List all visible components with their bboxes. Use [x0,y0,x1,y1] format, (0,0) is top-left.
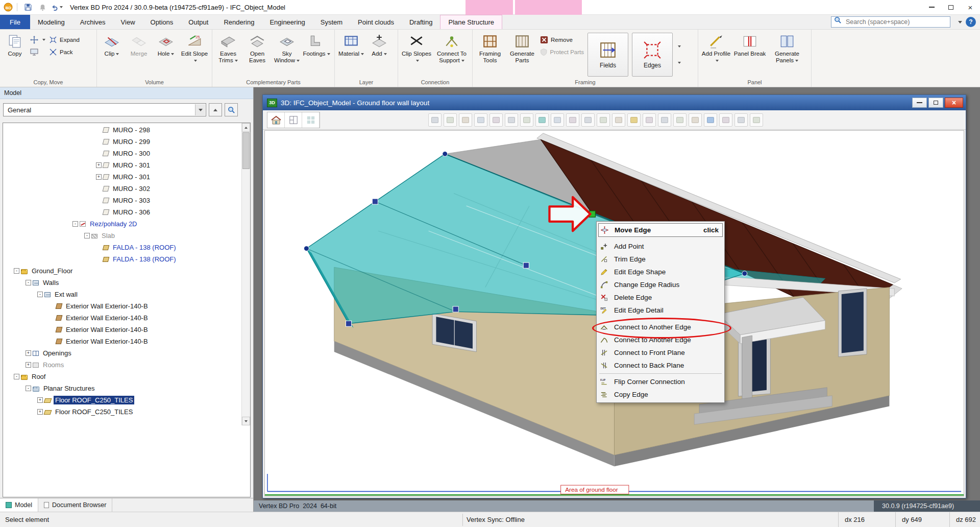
tree-item-slab[interactable]: -Slab [4,230,240,242]
collapse-icon[interactable]: - [14,374,19,379]
tree-item-muro-301[interactable]: +MURO - 301 [4,171,240,183]
close-button[interactable]: × [961,0,980,14]
remove-button[interactable]: Remove [538,35,585,44]
connect-to-support-button[interactable]: Connect To Support [434,31,470,78]
menu-item-file[interactable]: File [0,15,30,29]
viewport-tool-icon[interactable] [444,113,457,127]
generate-panels-button[interactable]: Generate Panels [767,31,807,78]
framing-tools-button[interactable]: Framing Tools [474,31,506,78]
tree-search-button[interactable] [225,103,238,116]
context-menu-item-edit-edge-detail[interactable]: DETEdit Edge Detail [598,304,723,317]
viewport-tool-icon[interactable] [566,113,579,127]
context-menu-item-flip-corner-connection[interactable]: FLIPFlip Corner Connection [598,375,723,388]
tab-model[interactable]: Model [0,498,38,512]
viewport-tool-icon[interactable] [474,113,487,127]
add-layer-button[interactable]: Add [366,31,392,78]
tree-item-walls[interactable]: -Walls [4,277,240,289]
viewport-tool-icon[interactable] [505,113,518,127]
menu-item-output[interactable]: Output [181,15,216,29]
menu-item-point-clouds[interactable]: Point clouds [350,15,402,29]
viewport-tool-icon[interactable] [689,113,702,127]
tree-item-floor-roof-c250-tiles[interactable]: +Floor ROOF_C250_TILES [4,406,240,418]
expand-icon[interactable]: + [37,409,43,415]
move-button[interactable] [29,35,47,44]
home-view-button[interactable] [267,112,285,128]
tree-item-exterior-wall-exterior-140-b[interactable]: Exterior Wall Exterior-140-B [4,312,240,324]
app-logo-icon[interactable]: BD [2,2,14,13]
menu-item-view[interactable]: View [113,15,143,29]
viewport-tool-icon[interactable] [750,113,763,127]
viewport-tool-icon[interactable] [459,113,472,127]
tree-item-floor-roof-c250-tiles[interactable]: +Floor ROOF_C250_TILES [4,394,240,406]
plan-view-button[interactable] [285,112,302,128]
context-menu-item-move-edge[interactable]: Move Edgeclick [598,223,723,237]
eaves-trims-button[interactable]: Eaves Trims [214,31,242,78]
copy-button[interactable]: Copy [2,31,28,78]
hole-button[interactable]: Hole [153,31,179,78]
sky-window-button[interactable]: Sky Window [272,31,302,78]
clip-button[interactable]: Clip [99,31,125,78]
viewport-tool-icon[interactable] [643,113,656,127]
collapse-icon[interactable]: - [14,268,19,274]
add-profile-button[interactable]: Add Profile [700,31,732,78]
generate-parts-button[interactable]: Generate Parts [506,31,538,78]
multi-view-button[interactable] [302,112,320,128]
chevron-down-icon[interactable] [195,104,205,115]
menu-item-rendering[interactable]: Rendering [216,15,262,29]
viewport-tool-icon[interactable] [597,113,610,127]
viewport-tool-icon[interactable] [612,113,625,127]
help-icon[interactable]: ? [966,17,976,27]
viewport-tool-icon[interactable] [535,113,549,127]
expand-icon[interactable]: + [26,350,31,356]
chevron-down-icon[interactable] [954,15,966,29]
expand-icon[interactable]: + [26,362,31,368]
expand-icon[interactable]: + [96,174,102,180]
context-menu-item-connect-to-another-edge[interactable]: Connect to Another Edge [598,333,723,346]
protect-parts-button[interactable]: Protect Parts [538,47,585,57]
tree-item-muro-303[interactable]: MURO - 303 [4,195,240,206]
maximize-button[interactable] [941,0,961,14]
scrollbar-thumb[interactable] [242,132,250,169]
context-menu-item-connect-to-another-edge[interactable]: Connect to Another Edge [598,321,723,333]
scroll-down-icon[interactable] [242,417,250,425]
tree-item-rooms[interactable]: +Rooms [4,359,240,371]
tree-scrollbar[interactable] [241,123,250,425]
window-minimize-button[interactable] [912,98,927,108]
notifications-icon[interactable] [36,2,48,13]
viewport-tool-icon[interactable] [673,113,687,127]
tree-item-muro-301[interactable]: +MURO - 301 [4,159,240,171]
viewport-tool-icon[interactable] [704,113,717,127]
context-menu-item-edit-edge-shape[interactable]: Edit Edge Shape [598,266,723,278]
viewport-tool-icon[interactable] [520,113,533,127]
tree-item-muro-302[interactable]: MURO - 302 [4,183,240,195]
menu-item-modeling[interactable]: Modeling [30,15,72,29]
context-menu-item-add-point[interactable]: Add Point [598,240,723,253]
tree-item-muro-298[interactable]: MURO - 298 [4,124,240,136]
tree-item-rez-pohlady-2d[interactable]: -Rez/pohlady 2D [4,218,240,230]
minimize-button[interactable] [922,0,941,14]
viewport-tool-icon[interactable] [428,113,442,127]
tree-item-muro-300[interactable]: MURO - 300 [4,148,240,159]
context-menu-item-copy-edge[interactable]: Copy Edge [598,388,723,401]
collapse-icon[interactable]: - [72,221,78,227]
expand-button[interactable]: Expand [47,35,81,44]
context-menu-item-connect-to-front-plane[interactable]: Connect to Front Plane [598,346,723,359]
tree-item-exterior-wall-exterior-140-b[interactable]: Exterior Wall Exterior-140-B [4,300,240,312]
material-button[interactable]: Material [336,31,366,78]
tree-item-openings[interactable]: +Openings [4,347,240,359]
menu-item-plane-structure[interactable]: Plane Structure [440,15,502,29]
tree-item-falda-138-roof[interactable]: FALDA - 138 (ROOF) [4,242,240,253]
filter-dropdown[interactable]: General [3,103,206,116]
tree-item-muro-306[interactable]: MURO - 306 [4,206,240,218]
3d-viewport[interactable]: Area of ground floor Move EdgeclickAdd P… [264,130,964,496]
window-close-button[interactable]: × [945,98,963,108]
edges-button[interactable]: Edges [632,33,673,77]
tab-document-browser[interactable]: Document Browser [38,498,112,512]
collapse-icon[interactable]: - [26,280,31,285]
search-input[interactable] [831,16,950,28]
save-icon[interactable] [22,2,34,13]
context-menu-item-trim-edge[interactable]: Trim Edge [598,253,723,266]
panel-break-button[interactable]: Panel Break [733,31,767,78]
menu-item-archives[interactable]: Archives [72,15,113,29]
screenshot-button[interactable] [29,47,47,57]
